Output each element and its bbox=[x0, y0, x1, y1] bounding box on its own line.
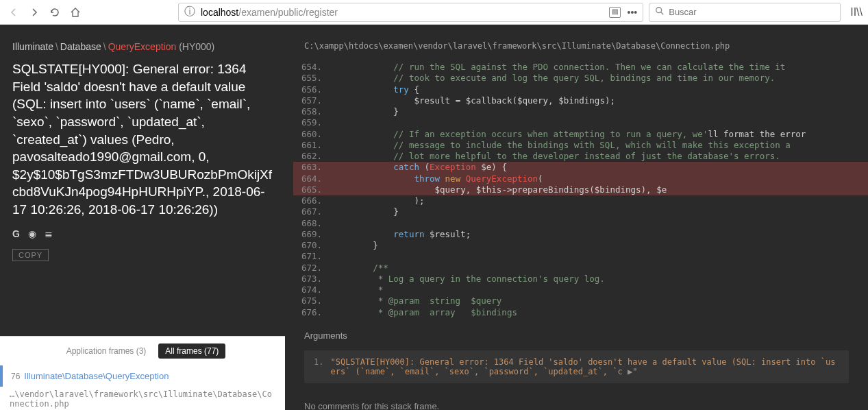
source-file-path: C:\xampp\htdocs\examen\vendor\laravel\fr… bbox=[285, 25, 868, 62]
frame-tabs: Application frames (3) All frames (77) bbox=[0, 336, 285, 365]
more-icon[interactable]: ••• bbox=[628, 7, 638, 18]
library-icon[interactable]: II\\ bbox=[850, 6, 863, 19]
code-line: 669. return $result; bbox=[293, 229, 868, 240]
google-icon[interactable]: G bbox=[12, 228, 20, 239]
frame-list: 76Illuminate\Database\QueryException …\v… bbox=[0, 365, 285, 410]
code-line: 675. * @param string $query bbox=[293, 296, 868, 306]
left-panel: Illuminate\Database\QueryException (HY00… bbox=[0, 25, 285, 410]
code-line: 673. * Log a query in the connection's q… bbox=[293, 274, 868, 285]
code-line: 663. catch (Exception $e) { bbox=[293, 162, 868, 173]
code-line: 667. } bbox=[293, 206, 868, 217]
code-line: 655. // took to execute and log the quer… bbox=[293, 73, 868, 84]
exception-breadcrumb: Illuminate\Database\QueryException (HY00… bbox=[12, 41, 273, 52]
home-button[interactable] bbox=[67, 4, 84, 21]
tab-application-frames[interactable]: Application frames (3) bbox=[60, 343, 153, 359]
search-bar[interactable] bbox=[649, 3, 841, 22]
arguments-title: Arguments bbox=[304, 330, 849, 341]
svg-point-0 bbox=[656, 7, 662, 12]
error-message: SQLSTATE[HY000]: General error: 1364 Fie… bbox=[12, 60, 273, 219]
code-line: 662. // lot more helpful to the develope… bbox=[293, 151, 868, 162]
code-line: 654. // run the SQL against the PDO conn… bbox=[293, 62, 868, 73]
search-input[interactable] bbox=[669, 7, 834, 17]
code-line: 660. // If an exception occurs when atte… bbox=[293, 129, 868, 140]
code-line: 672. /** bbox=[293, 263, 868, 274]
reload-button[interactable] bbox=[47, 4, 63, 21]
code-line: 674. * bbox=[293, 285, 868, 296]
code-line: 664. throw new QueryException( bbox=[293, 173, 868, 184]
code-line: 666. ); bbox=[293, 195, 868, 206]
code-line: 670. } bbox=[293, 240, 868, 251]
comments-text: No comments for this stack frame. bbox=[285, 389, 868, 410]
code-line: 661. // message to include the bindings … bbox=[293, 140, 868, 151]
info-icon[interactable]: ⓘ bbox=[184, 5, 195, 19]
code-line: 657. $result = $callback($query, $bindin… bbox=[293, 95, 868, 106]
frame-item[interactable]: 76Illuminate\Database\QueryException bbox=[0, 365, 285, 387]
browser-toolbar: ⓘ localhost/examen/public/register ▤ •••… bbox=[0, 0, 868, 25]
duckduckgo-icon[interactable]: ◉ bbox=[28, 228, 36, 239]
nav-buttons bbox=[5, 4, 84, 21]
copy-button[interactable]: COPY bbox=[12, 249, 49, 261]
url-text: localhost/examen/public/register bbox=[201, 7, 604, 18]
argument-row[interactable]: 1. "SQLSTATE[HY000]: General error: 1364… bbox=[304, 350, 849, 383]
back-button[interactable] bbox=[5, 4, 22, 21]
code-line: 665. $query, $this->prepareBindings($bin… bbox=[293, 184, 868, 195]
forward-button[interactable] bbox=[26, 4, 42, 21]
action-icons: G ◉ ≣ bbox=[12, 228, 273, 239]
tab-all-frames[interactable]: All frames (77) bbox=[158, 343, 225, 359]
url-bar[interactable]: ⓘ localhost/examen/public/register ▤ ••• bbox=[178, 3, 643, 22]
stackoverflow-icon[interactable]: ≣ bbox=[45, 228, 53, 239]
right-panel: C:\xampp\htdocs\examen\vendor\laravel\fr… bbox=[285, 25, 868, 410]
search-icon bbox=[655, 6, 665, 19]
frame-path: …\vendor\laravel\framework\src\Illuminat… bbox=[0, 387, 285, 410]
code-line: 671. bbox=[293, 251, 868, 262]
code-line: 658. } bbox=[293, 106, 868, 117]
code-line: 656. try { bbox=[293, 84, 868, 95]
reader-icon[interactable]: ▤ bbox=[609, 7, 621, 18]
code-line: 659. bbox=[293, 117, 868, 128]
code-line: 668. bbox=[293, 218, 868, 229]
code-block: 654. // run the SQL against the PDO conn… bbox=[285, 62, 868, 318]
code-line: 676. * @param array $bindings bbox=[293, 307, 868, 318]
